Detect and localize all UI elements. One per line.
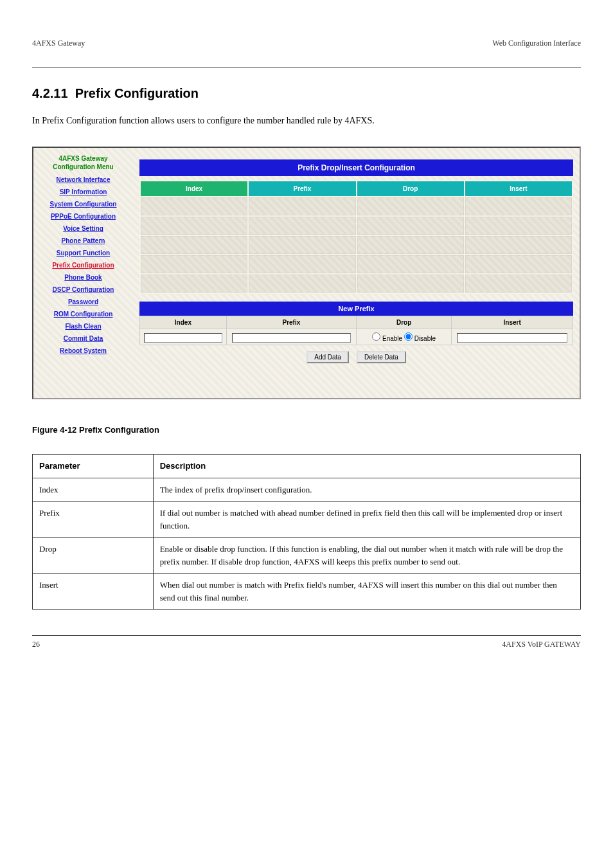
param-header-desc: Description [153, 455, 580, 478]
table-row: Index The index of prefix drop/insert co… [33, 478, 581, 502]
sidebar-item-support-function[interactable]: Support Function [37, 249, 130, 257]
drop-disable-radio[interactable] [404, 332, 413, 341]
sidebar-item-password[interactable]: Password [37, 298, 130, 305]
col-index: Index [141, 181, 247, 196]
form-col-index: Index [140, 316, 227, 329]
sidebar-item-rom-configuration[interactable]: ROM Configuration [37, 311, 130, 318]
new-prefix-bar: New Prefix [139, 302, 573, 316]
delete-data-button[interactable]: Delete Data [357, 351, 406, 363]
footer-right: 4AFXS VoIP GATEWAY [502, 640, 581, 649]
new-prefix-form: Index Prefix Drop Insert Enable Disable [139, 316, 573, 345]
table-row: Prefix If dial out number is matched wit… [33, 502, 581, 538]
sidebar-title: 4AFXS Gateway Configuration Menu [37, 154, 130, 171]
form-col-insert: Insert [452, 316, 573, 329]
sidebar-item-sip-information[interactable]: SIP Information [37, 188, 130, 195]
config-screenshot: 4AFXS Gateway Configuration Menu Network… [32, 147, 581, 399]
sidebar-item-phone-book[interactable]: Phone Book [37, 274, 130, 281]
sidebar-item-system-configuration[interactable]: System Configuration [37, 201, 130, 208]
sidebar-item-commit-data[interactable]: Commit Data [37, 335, 130, 342]
figure-caption: Figure 4-12 Prefix Configuration [32, 425, 581, 435]
sidebar: 4AFXS Gateway Configuration Menu Network… [33, 148, 133, 398]
drop-enable-label: Enable [382, 335, 402, 342]
drop-disable-label: Disable [414, 335, 436, 342]
footer-rule [32, 635, 581, 636]
parameter-table: Parameter Description Index The index of… [32, 454, 581, 610]
form-col-drop: Drop [356, 316, 451, 329]
sidebar-item-reboot-system[interactable]: Reboot System [37, 347, 130, 354]
header-right: Web Configuration Interface [492, 39, 581, 48]
prefix-input[interactable] [232, 333, 351, 343]
prefix-grid: Index Prefix Drop Insert [139, 180, 573, 294]
intro-text: In Prefix Configuration function allows … [32, 114, 581, 127]
header-left: 4AFXS Gateway [32, 39, 85, 48]
section-heading: 4.2.11 Prefix Configuration [32, 86, 581, 101]
title-bar: Prefix Drop/Insert Configuration [139, 159, 573, 176]
content-area: Prefix Drop/Insert Configuration Index P… [133, 148, 580, 398]
header-rule [32, 68, 581, 68]
col-drop: Drop [357, 181, 464, 196]
col-insert: Insert [465, 181, 572, 196]
table-row: Drop Enable or disable drop function. If… [33, 538, 581, 574]
page-number: 26 [32, 640, 40, 649]
sidebar-item-prefix-configuration[interactable]: Prefix Configuration [37, 262, 130, 269]
form-col-prefix: Prefix [226, 316, 356, 329]
sidebar-item-flash-clean[interactable]: Flash Clean [37, 323, 130, 330]
sidebar-item-pppoe-configuration[interactable]: PPPoE Configuration [37, 213, 130, 220]
add-data-button[interactable]: Add Data [306, 351, 349, 363]
insert-input[interactable] [457, 333, 568, 343]
table-row: Insert When dial out number is match wit… [33, 574, 581, 610]
sidebar-item-phone-pattern[interactable]: Phone Pattern [37, 237, 130, 244]
sidebar-item-network-interface[interactable]: Network Interface [37, 176, 130, 183]
drop-enable-radio[interactable] [372, 332, 380, 341]
col-prefix: Prefix [249, 181, 355, 196]
sidebar-item-voice-setting[interactable]: Voice Setting [37, 225, 130, 232]
sidebar-item-dscp-configuration[interactable]: DSCP Configuration [37, 286, 130, 293]
param-header-name: Parameter [33, 455, 154, 478]
index-input[interactable] [144, 333, 222, 343]
